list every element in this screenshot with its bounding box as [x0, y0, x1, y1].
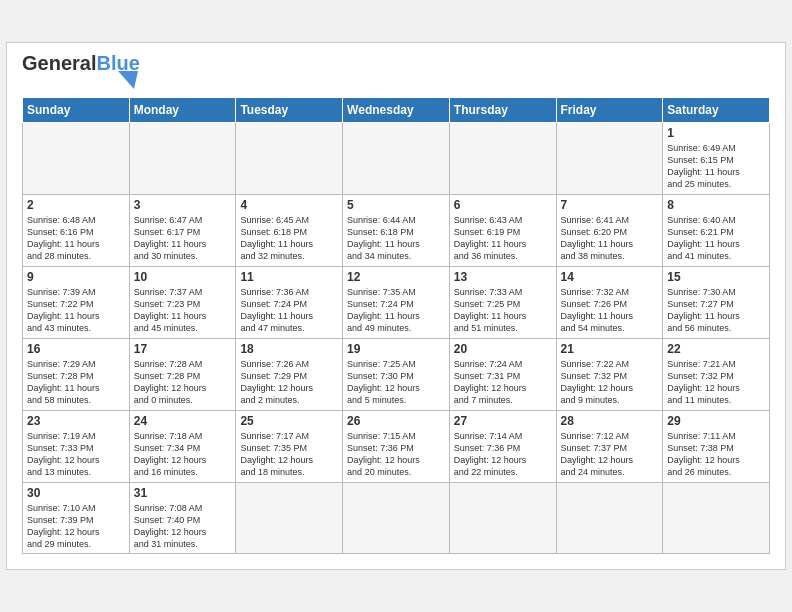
calendar-cell: 1Sunrise: 6:49 AM Sunset: 6:15 PM Daylig…: [663, 122, 770, 194]
day-info: Sunrise: 6:47 AM Sunset: 6:17 PM Dayligh…: [134, 214, 232, 263]
day-info: Sunrise: 7:29 AM Sunset: 7:28 PM Dayligh…: [27, 358, 125, 407]
calendar-cell: [449, 122, 556, 194]
calendar-header-row: SundayMondayTuesdayWednesdayThursdayFrid…: [23, 97, 770, 122]
day-info: Sunrise: 7:08 AM Sunset: 7:40 PM Dayligh…: [134, 502, 232, 551]
calendar-header-friday: Friday: [556, 97, 663, 122]
day-info: Sunrise: 7:10 AM Sunset: 7:39 PM Dayligh…: [27, 502, 125, 551]
calendar-cell: 30Sunrise: 7:10 AM Sunset: 7:39 PM Dayli…: [23, 482, 130, 554]
calendar-cell: 29Sunrise: 7:11 AM Sunset: 7:38 PM Dayli…: [663, 410, 770, 482]
day-info: Sunrise: 7:18 AM Sunset: 7:34 PM Dayligh…: [134, 430, 232, 479]
day-info: Sunrise: 7:33 AM Sunset: 7:25 PM Dayligh…: [454, 286, 552, 335]
header: General Blue: [22, 53, 770, 89]
day-info: Sunrise: 7:36 AM Sunset: 7:24 PM Dayligh…: [240, 286, 338, 335]
day-info: Sunrise: 6:43 AM Sunset: 6:19 PM Dayligh…: [454, 214, 552, 263]
calendar-cell: 10Sunrise: 7:37 AM Sunset: 7:23 PM Dayli…: [129, 266, 236, 338]
day-number: 1: [667, 126, 765, 140]
calendar-cell: 23Sunrise: 7:19 AM Sunset: 7:33 PM Dayli…: [23, 410, 130, 482]
day-info: Sunrise: 7:14 AM Sunset: 7:36 PM Dayligh…: [454, 430, 552, 479]
day-number: 14: [561, 270, 659, 284]
day-info: Sunrise: 6:49 AM Sunset: 6:15 PM Dayligh…: [667, 142, 765, 191]
day-number: 27: [454, 414, 552, 428]
calendar-cell: 9Sunrise: 7:39 AM Sunset: 7:22 PM Daylig…: [23, 266, 130, 338]
day-info: Sunrise: 6:41 AM Sunset: 6:20 PM Dayligh…: [561, 214, 659, 263]
day-number: 13: [454, 270, 552, 284]
day-info: Sunrise: 7:26 AM Sunset: 7:29 PM Dayligh…: [240, 358, 338, 407]
day-info: Sunrise: 7:28 AM Sunset: 7:28 PM Dayligh…: [134, 358, 232, 407]
day-info: Sunrise: 7:30 AM Sunset: 7:27 PM Dayligh…: [667, 286, 765, 335]
day-number: 11: [240, 270, 338, 284]
calendar-cell: 20Sunrise: 7:24 AM Sunset: 7:31 PM Dayli…: [449, 338, 556, 410]
day-info: Sunrise: 6:48 AM Sunset: 6:16 PM Dayligh…: [27, 214, 125, 263]
calendar-header-thursday: Thursday: [449, 97, 556, 122]
calendar-cell: 12Sunrise: 7:35 AM Sunset: 7:24 PM Dayli…: [343, 266, 450, 338]
logo-triangle: [118, 71, 138, 89]
calendar-cell: 17Sunrise: 7:28 AM Sunset: 7:28 PM Dayli…: [129, 338, 236, 410]
calendar-cell: [236, 122, 343, 194]
calendar-week-row: 1Sunrise: 6:49 AM Sunset: 6:15 PM Daylig…: [23, 122, 770, 194]
calendar-cell: [236, 482, 343, 554]
day-number: 6: [454, 198, 552, 212]
calendar-cell: 24Sunrise: 7:18 AM Sunset: 7:34 PM Dayli…: [129, 410, 236, 482]
page: General Blue SundayMondayTuesdayWednesda…: [6, 42, 786, 571]
day-number: 16: [27, 342, 125, 356]
calendar-cell: 7Sunrise: 6:41 AM Sunset: 6:20 PM Daylig…: [556, 194, 663, 266]
day-info: Sunrise: 7:39 AM Sunset: 7:22 PM Dayligh…: [27, 286, 125, 335]
day-info: Sunrise: 6:40 AM Sunset: 6:21 PM Dayligh…: [667, 214, 765, 263]
logo: General Blue: [22, 53, 140, 89]
calendar-week-row: 23Sunrise: 7:19 AM Sunset: 7:33 PM Dayli…: [23, 410, 770, 482]
calendar-week-row: 16Sunrise: 7:29 AM Sunset: 7:28 PM Dayli…: [23, 338, 770, 410]
calendar-cell: 3Sunrise: 6:47 AM Sunset: 6:17 PM Daylig…: [129, 194, 236, 266]
calendar-week-row: 30Sunrise: 7:10 AM Sunset: 7:39 PM Dayli…: [23, 482, 770, 554]
day-info: Sunrise: 7:12 AM Sunset: 7:37 PM Dayligh…: [561, 430, 659, 479]
day-number: 23: [27, 414, 125, 428]
day-number: 28: [561, 414, 659, 428]
day-info: Sunrise: 6:44 AM Sunset: 6:18 PM Dayligh…: [347, 214, 445, 263]
day-info: Sunrise: 7:17 AM Sunset: 7:35 PM Dayligh…: [240, 430, 338, 479]
calendar-cell: [556, 482, 663, 554]
day-number: 7: [561, 198, 659, 212]
day-number: 12: [347, 270, 445, 284]
day-number: 29: [667, 414, 765, 428]
calendar-cell: [663, 482, 770, 554]
day-number: 10: [134, 270, 232, 284]
calendar-cell: 28Sunrise: 7:12 AM Sunset: 7:37 PM Dayli…: [556, 410, 663, 482]
day-number: 8: [667, 198, 765, 212]
calendar-cell: [343, 482, 450, 554]
day-number: 2: [27, 198, 125, 212]
calendar-cell: 15Sunrise: 7:30 AM Sunset: 7:27 PM Dayli…: [663, 266, 770, 338]
day-info: Sunrise: 7:37 AM Sunset: 7:23 PM Dayligh…: [134, 286, 232, 335]
day-number: 30: [27, 486, 125, 500]
day-number: 26: [347, 414, 445, 428]
calendar-cell: 18Sunrise: 7:26 AM Sunset: 7:29 PM Dayli…: [236, 338, 343, 410]
calendar-cell: 27Sunrise: 7:14 AM Sunset: 7:36 PM Dayli…: [449, 410, 556, 482]
calendar-header-wednesday: Wednesday: [343, 97, 450, 122]
calendar-cell: 16Sunrise: 7:29 AM Sunset: 7:28 PM Dayli…: [23, 338, 130, 410]
day-info: Sunrise: 6:45 AM Sunset: 6:18 PM Dayligh…: [240, 214, 338, 263]
day-number: 24: [134, 414, 232, 428]
day-info: Sunrise: 7:21 AM Sunset: 7:32 PM Dayligh…: [667, 358, 765, 407]
day-info: Sunrise: 7:11 AM Sunset: 7:38 PM Dayligh…: [667, 430, 765, 479]
calendar-cell: 2Sunrise: 6:48 AM Sunset: 6:16 PM Daylig…: [23, 194, 130, 266]
logo-text: General: [22, 53, 96, 73]
day-number: 22: [667, 342, 765, 356]
day-number: 5: [347, 198, 445, 212]
day-info: Sunrise: 7:25 AM Sunset: 7:30 PM Dayligh…: [347, 358, 445, 407]
calendar-cell: 11Sunrise: 7:36 AM Sunset: 7:24 PM Dayli…: [236, 266, 343, 338]
day-number: 15: [667, 270, 765, 284]
calendar-cell: [449, 482, 556, 554]
calendar-cell: 31Sunrise: 7:08 AM Sunset: 7:40 PM Dayli…: [129, 482, 236, 554]
day-number: 31: [134, 486, 232, 500]
calendar-cell: 8Sunrise: 6:40 AM Sunset: 6:21 PM Daylig…: [663, 194, 770, 266]
calendar-cell: [343, 122, 450, 194]
day-info: Sunrise: 7:35 AM Sunset: 7:24 PM Dayligh…: [347, 286, 445, 335]
logo-blue-text: Blue: [96, 53, 139, 73]
calendar-cell: 26Sunrise: 7:15 AM Sunset: 7:36 PM Dayli…: [343, 410, 450, 482]
calendar-cell: 21Sunrise: 7:22 AM Sunset: 7:32 PM Dayli…: [556, 338, 663, 410]
calendar-cell: 5Sunrise: 6:44 AM Sunset: 6:18 PM Daylig…: [343, 194, 450, 266]
calendar-cell: 19Sunrise: 7:25 AM Sunset: 7:30 PM Dayli…: [343, 338, 450, 410]
calendar-cell: [23, 122, 130, 194]
day-number: 25: [240, 414, 338, 428]
calendar-week-row: 9Sunrise: 7:39 AM Sunset: 7:22 PM Daylig…: [23, 266, 770, 338]
day-number: 18: [240, 342, 338, 356]
calendar-header-tuesday: Tuesday: [236, 97, 343, 122]
